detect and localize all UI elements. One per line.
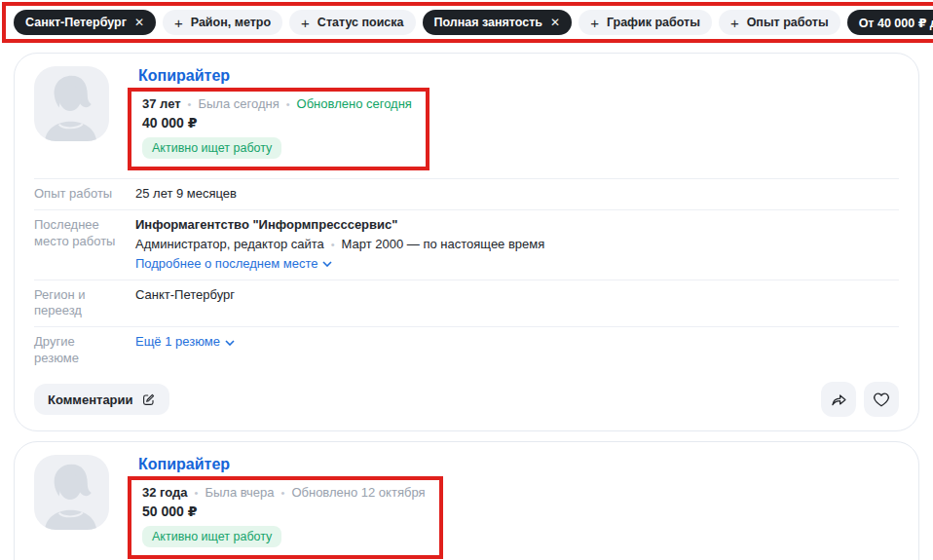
status-badge: Активно ищет работу — [142, 137, 281, 159]
experience-value: 25 лет 9 месяцев — [135, 186, 237, 203]
dot-separator: • — [331, 238, 335, 251]
plus-icon: + — [301, 16, 310, 30]
card-header: Копирайтер 32 года • Была вчера • Обновл… — [34, 455, 899, 559]
filter-chip-label: Опыт работы — [747, 16, 829, 29]
plus-icon: + — [730, 16, 739, 30]
salary: 40 000 ₽ — [142, 115, 412, 131]
annotation-box-filters: Санкт-Петербург ✕ + Район, метро + Стату… — [2, 2, 933, 43]
avatar[interactable] — [34, 455, 109, 530]
filter-chip-employment[interactable]: Полная занятость ✕ — [423, 10, 573, 35]
region-value: Санкт-Петербург — [135, 287, 235, 320]
row-other-resumes: Другие резюме Ещё 1 резюме — [34, 326, 899, 374]
heart-icon — [873, 391, 890, 408]
avatar[interactable] — [34, 66, 109, 141]
person-silhouette-icon — [34, 66, 109, 141]
filter-chip-label: Статус поиска — [317, 16, 404, 29]
close-icon[interactable]: ✕ — [134, 16, 144, 29]
updated-date: Обновлено сегодня — [297, 96, 412, 111]
share-icon — [830, 391, 847, 408]
company-name: Информагентство "Информпресссервис" — [135, 217, 544, 234]
row-experience: Опыт работы 25 лет 9 месяцев — [34, 178, 899, 209]
dot-separator: • — [286, 98, 290, 110]
filter-chip-search-status[interactable]: + Статус поиска — [289, 10, 415, 35]
position: Администратор, редактор сайта — [135, 237, 324, 253]
dot-separator: • — [281, 487, 285, 499]
card-footer: Комментарии — [34, 382, 899, 417]
meta-line: 37 лет • Была сегодня • Обновлено сегодн… — [142, 96, 412, 111]
resume-details: Опыт работы 25 лет 9 месяцев Последнее м… — [34, 178, 899, 374]
status-badge: Активно ищет работу — [142, 526, 281, 547]
filter-chip-salary[interactable]: От 40 000 ₽ до 60 000 ₽ ✕ — [847, 10, 933, 35]
resume-title-link[interactable]: Копирайтер — [138, 67, 230, 85]
resume-title-link[interactable]: Копирайтер — [138, 456, 230, 473]
resume-card: Копирайтер 32 года • Была вчера • Обновл… — [14, 441, 919, 560]
favorite-button[interactable] — [864, 382, 899, 417]
filter-chip-label: Район, метро — [191, 16, 271, 29]
filter-chip-label: Санкт-Петербург — [25, 16, 127, 29]
comments-button[interactable]: Комментарии — [34, 384, 169, 415]
row-label: Опыт работы — [34, 186, 135, 203]
chevron-down-icon — [225, 340, 235, 346]
other-resumes-link[interactable]: Ещё 1 резюме — [135, 334, 235, 351]
row-label: Последнее место работы — [34, 217, 135, 273]
annotation-box-card-info: 37 лет • Была сегодня • Обновлено сегодн… — [128, 88, 429, 170]
person-silhouette-icon — [34, 455, 109, 530]
row-last-place: Последнее место работы Информагентство "… — [34, 209, 899, 280]
dot-separator: • — [195, 487, 199, 499]
row-label: Регион и переезд — [34, 287, 135, 320]
age: 37 лет — [142, 96, 181, 111]
updated-date: Обновлено 12 октября — [291, 485, 425, 500]
salary: 50 000 ₽ — [142, 504, 426, 519]
age: 32 года — [142, 485, 188, 500]
card-header: Копирайтер 37 лет • Была сегодня • Обнов… — [34, 66, 899, 170]
filters-bar: Санкт-Петербург ✕ + Район, метро + Стату… — [0, 0, 933, 43]
filter-chip-label: График работы — [607, 16, 700, 29]
position-line: Администратор, редактор сайта • Март 200… — [135, 237, 544, 253]
filter-chip-district-metro[interactable]: + Район, метро — [163, 10, 282, 35]
plus-icon: + — [590, 16, 599, 30]
meta-line: 32 года • Была вчера • Обновлено 12 октя… — [142, 485, 426, 500]
close-icon[interactable]: ✕ — [550, 16, 560, 29]
last-seen: Была сегодня — [198, 96, 279, 111]
last-place-details-link[interactable]: Подробнее о последнем месте — [135, 256, 332, 273]
filter-chip-label: От 40 000 ₽ до 60 000 ₽ — [859, 16, 933, 30]
share-button[interactable] — [821, 382, 856, 417]
period: Март 2000 — по настоящее время — [342, 237, 545, 253]
dot-separator: • — [188, 98, 192, 110]
filter-chip-city[interactable]: Санкт-Петербург ✕ — [14, 10, 156, 35]
last-seen: Была вчера — [205, 485, 274, 500]
row-region: Регион и переезд Санкт-Петербург — [34, 280, 899, 327]
plus-icon: + — [174, 16, 183, 30]
filter-chip-label: Полная занятость — [434, 16, 543, 29]
card-actions — [821, 382, 899, 417]
resume-card: Копирайтер 37 лет • Была сегодня • Обнов… — [14, 53, 919, 431]
annotation-box-card-info: 32 года • Была вчера • Обновлено 12 октя… — [128, 476, 443, 559]
filter-chip-schedule[interactable]: + График работы — [578, 10, 712, 35]
filter-chip-experience[interactable]: + Опыт работы — [719, 10, 840, 35]
chevron-down-icon — [322, 261, 332, 267]
edit-icon — [141, 392, 156, 407]
row-label: Другие резюме — [34, 334, 135, 367]
